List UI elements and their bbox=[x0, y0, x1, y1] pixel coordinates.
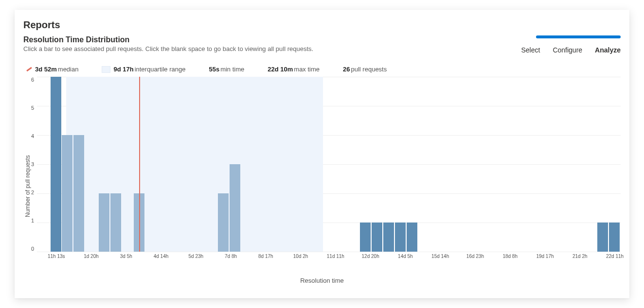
plot-area[interactable]: 11h 13s1d 20h3d 5h4d 14h5d 23h7d 8h8d 17… bbox=[37, 77, 621, 265]
x-tick: 7d 8h bbox=[225, 254, 237, 259]
y-axis-label: Number of pull requests bbox=[23, 77, 31, 276]
x-tick: 18d 8h bbox=[502, 254, 518, 259]
x-tick: 21d 2h bbox=[572, 254, 588, 259]
x-tick: 15d 14h bbox=[431, 254, 449, 259]
chart-bar[interactable] bbox=[62, 135, 72, 252]
plot-inner bbox=[37, 77, 621, 252]
tab-select[interactable]: Select bbox=[521, 46, 540, 54]
y-tick: 2 bbox=[31, 189, 34, 195]
stats-row: 3d 52mmedian 9d 17hinterquartile range 5… bbox=[26, 66, 621, 73]
stat-iqr-label: interquartile range bbox=[135, 66, 186, 73]
section-heading: Resolution Time Distribution Click a bar… bbox=[23, 35, 313, 52]
y-tick: 6 bbox=[31, 77, 34, 83]
iqr-swatch-icon bbox=[102, 66, 110, 73]
chart-bar[interactable] bbox=[395, 222, 406, 252]
chart-bar[interactable] bbox=[99, 193, 109, 252]
chart-bar[interactable] bbox=[597, 222, 608, 252]
grid-line bbox=[37, 252, 621, 252]
chart-bar[interactable] bbox=[372, 222, 382, 252]
report-card: Reports Resolution Time Distribution Cli… bbox=[15, 10, 629, 298]
y-tick: 0 bbox=[31, 246, 34, 252]
stat-max: 22d 10mmax time bbox=[268, 66, 320, 73]
tabs: Select Configure Analyze bbox=[521, 46, 621, 54]
x-tick: 16d 23h bbox=[466, 254, 484, 259]
stat-min-value: 55s bbox=[209, 66, 219, 73]
stat-count-value: 26 bbox=[343, 66, 350, 73]
chart-bar[interactable] bbox=[73, 135, 84, 252]
median-line bbox=[139, 77, 140, 252]
tab-analyze[interactable]: Analyze bbox=[595, 46, 621, 54]
stat-median-value: 3d 52m bbox=[35, 66, 57, 73]
y-tick: 1 bbox=[31, 218, 34, 223]
x-tick: 11h 13s bbox=[48, 254, 65, 259]
stat-min-label: min time bbox=[220, 66, 244, 73]
stat-iqr: 9d 17hinterquartile range bbox=[102, 66, 185, 73]
progress-bar bbox=[536, 35, 621, 38]
stat-max-value: 22d 10m bbox=[268, 66, 293, 73]
x-tick: 11d 11h bbox=[327, 254, 344, 259]
stat-iqr-value: 9d 17h bbox=[113, 66, 133, 73]
tab-area: Select Configure Analyze bbox=[521, 35, 621, 54]
x-tick: 22d 11h bbox=[606, 254, 624, 259]
x-tick: 10d 2h bbox=[293, 254, 308, 259]
chart-bar[interactable] bbox=[407, 222, 417, 252]
chart-bar[interactable] bbox=[51, 77, 61, 252]
stat-median-label: median bbox=[58, 66, 79, 73]
chart: Number of pull requests 6543210 11h 13s1… bbox=[23, 77, 621, 276]
chart-bar[interactable] bbox=[360, 222, 371, 252]
x-tick: 3d 5h bbox=[120, 254, 132, 259]
x-tick: 1d 20h bbox=[84, 254, 99, 259]
x-tick: 8d 17h bbox=[258, 254, 273, 259]
y-tick: 4 bbox=[31, 133, 34, 139]
chart-bar[interactable] bbox=[383, 222, 394, 252]
stat-max-label: max time bbox=[294, 66, 320, 73]
y-tick: 5 bbox=[31, 105, 34, 111]
chart-bar[interactable] bbox=[230, 164, 240, 252]
section-title: Resolution Time Distribution bbox=[23, 35, 313, 44]
x-axis-label: Resolution time bbox=[23, 277, 621, 284]
section-desc: Click a bar to see associated pull reque… bbox=[23, 45, 313, 52]
x-axis: 11h 13s1d 20h3d 5h4d 14h5d 23h7d 8h8d 17… bbox=[37, 254, 621, 263]
y-axis: 6543210 bbox=[31, 77, 37, 265]
y-tick: 3 bbox=[31, 161, 34, 167]
stat-count-label: pull requests bbox=[351, 66, 387, 73]
x-tick: 19d 17h bbox=[536, 254, 554, 259]
stat-min: 55smin time bbox=[209, 66, 244, 73]
stat-median: 3d 52mmedian bbox=[26, 66, 78, 73]
x-tick: 4d 14h bbox=[154, 254, 169, 259]
x-tick: 14d 5h bbox=[398, 254, 413, 259]
x-tick: 12d 20h bbox=[362, 254, 379, 259]
chart-bar[interactable] bbox=[110, 193, 121, 252]
chart-bar[interactable] bbox=[218, 193, 229, 252]
stat-count: 26pull requests bbox=[343, 66, 387, 73]
tab-configure[interactable]: Configure bbox=[553, 46, 582, 54]
chart-bar[interactable] bbox=[609, 222, 620, 252]
median-swatch-icon bbox=[26, 67, 32, 71]
header-row: Resolution Time Distribution Click a bar… bbox=[23, 35, 621, 54]
x-tick: 5d 23h bbox=[188, 254, 203, 259]
page-title: Reports bbox=[23, 19, 621, 31]
